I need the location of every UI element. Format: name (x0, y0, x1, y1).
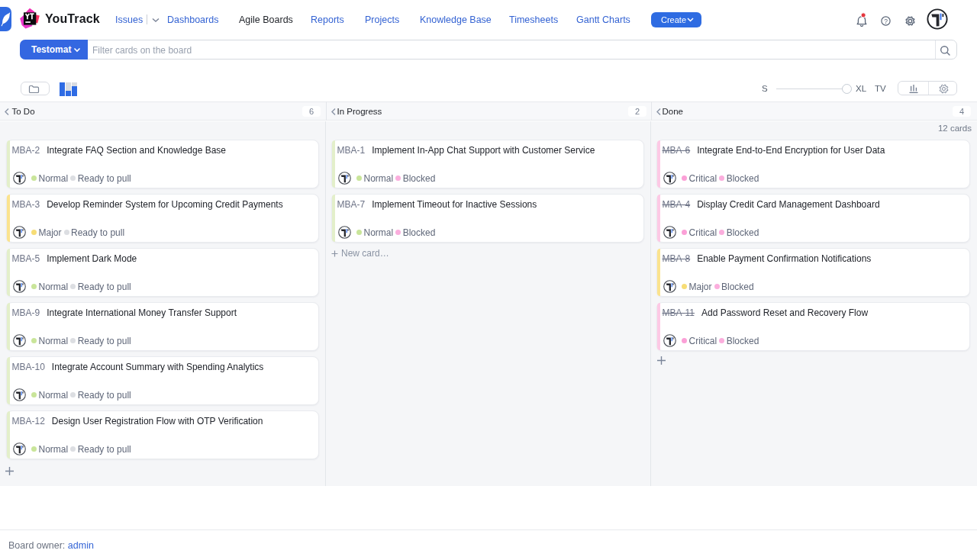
svg-text:?: ? (884, 17, 888, 24)
